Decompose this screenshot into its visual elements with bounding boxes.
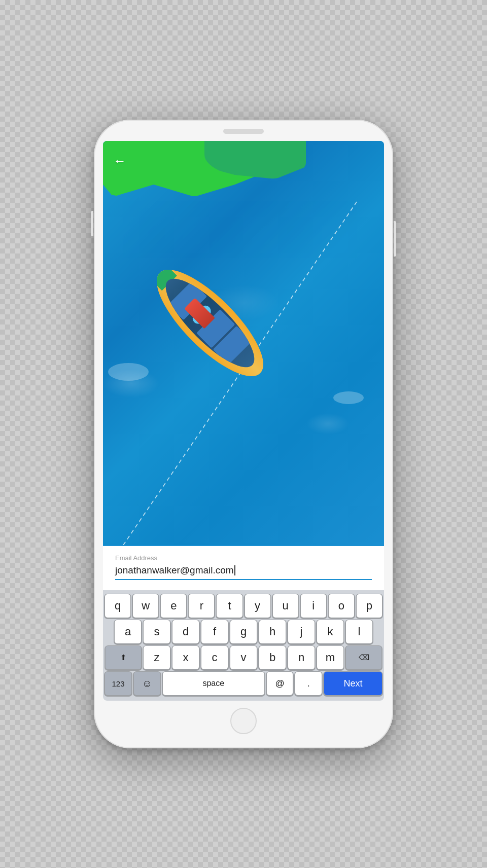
key-k[interactable]: k bbox=[317, 620, 343, 643]
map-area: ← bbox=[103, 141, 384, 545]
key-g[interactable]: g bbox=[230, 620, 257, 643]
key-h[interactable]: h bbox=[259, 620, 286, 643]
email-input[interactable]: jonathanwalker@gmail.com bbox=[115, 565, 372, 580]
key-t[interactable]: t bbox=[217, 594, 242, 618]
emoji-key[interactable]: ☺ bbox=[134, 672, 160, 695]
key-n[interactable]: n bbox=[288, 646, 315, 669]
key-w[interactable]: w bbox=[133, 594, 158, 618]
shift-key[interactable]: ⬆ bbox=[106, 646, 141, 669]
space-key[interactable]: space bbox=[163, 672, 264, 695]
key-x[interactable]: x bbox=[172, 646, 199, 669]
key-f[interactable]: f bbox=[201, 620, 228, 643]
key-r[interactable]: r bbox=[189, 594, 214, 618]
delete-key[interactable]: ⌫ bbox=[346, 646, 381, 669]
at-key[interactable]: @ bbox=[267, 672, 293, 695]
key-m[interactable]: m bbox=[317, 646, 343, 669]
key-d[interactable]: d bbox=[172, 620, 199, 643]
numbers-key[interactable]: 123 bbox=[105, 672, 131, 695]
key-u[interactable]: u bbox=[273, 594, 298, 618]
keyboard-row-4: 123 ☺ space @ . Next bbox=[105, 672, 382, 695]
home-button[interactable] bbox=[230, 708, 257, 734]
email-label: Email Address bbox=[115, 554, 372, 562]
text-cursor bbox=[234, 565, 235, 575]
key-c[interactable]: c bbox=[201, 646, 228, 669]
email-input-area[interactable]: Email Address jonathanwalker@gmail.com bbox=[103, 545, 384, 590]
key-y[interactable]: y bbox=[245, 594, 270, 618]
key-a[interactable]: a bbox=[115, 620, 141, 643]
key-j[interactable]: j bbox=[288, 620, 315, 643]
keyboard-row-3: ⬆ z x c v b n m ⌫ bbox=[105, 646, 382, 669]
next-key[interactable]: Next bbox=[324, 672, 382, 695]
keyboard: q w e r t y u i o p a s d f g h j k bbox=[103, 590, 384, 701]
key-l[interactable]: l bbox=[346, 620, 372, 643]
key-p[interactable]: p bbox=[357, 594, 382, 618]
key-v[interactable]: v bbox=[230, 646, 257, 669]
phone-speaker bbox=[223, 129, 264, 134]
key-q[interactable]: q bbox=[105, 594, 130, 618]
period-key[interactable]: . bbox=[295, 672, 322, 695]
screen: ← Email Address jonathanwalker@gmail.com… bbox=[103, 141, 384, 701]
key-z[interactable]: z bbox=[144, 646, 170, 669]
key-e[interactable]: e bbox=[161, 594, 186, 618]
key-o[interactable]: o bbox=[329, 594, 354, 618]
key-s[interactable]: s bbox=[144, 620, 170, 643]
keyboard-row-2: a s d f g h j k l bbox=[105, 620, 382, 643]
key-b[interactable]: b bbox=[259, 646, 286, 669]
phone-shell: ← Email Address jonathanwalker@gmail.com… bbox=[94, 120, 393, 748]
back-button[interactable]: ← bbox=[113, 153, 126, 169]
key-i[interactable]: i bbox=[301, 594, 326, 618]
email-text: jonathanwalker@gmail.com bbox=[115, 565, 234, 576]
keyboard-row-1: q w e r t y u i o p bbox=[105, 594, 382, 618]
